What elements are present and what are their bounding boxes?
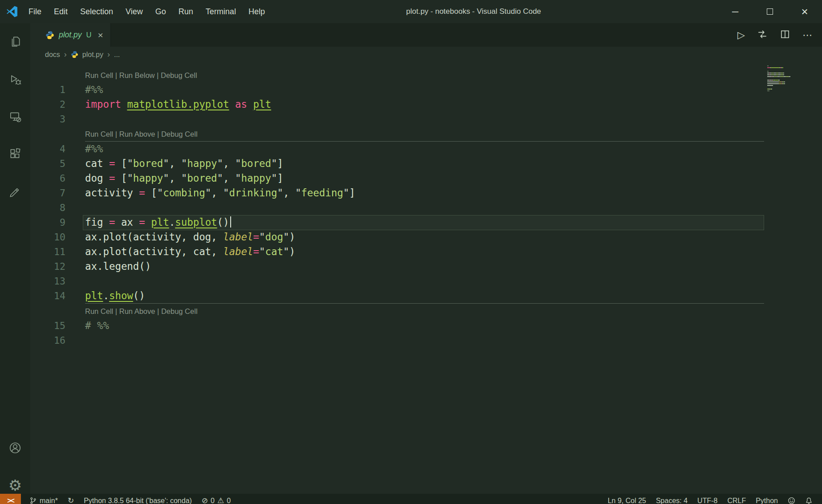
open-changes-icon[interactable] [757, 29, 768, 41]
code-token: # %% [85, 320, 109, 331]
minimap-line [767, 90, 807, 91]
activity-run-debug[interactable] [0, 61, 30, 98]
code-token [247, 98, 253, 110]
breadcrumb-folder[interactable]: docs [45, 51, 60, 59]
tab-plot-py[interactable]: plot.py U × [30, 23, 111, 47]
line-number[interactable]: 10 [30, 230, 65, 244]
status-bar-right: Ln 9, Col 25 Spaces: 4 UTF-8 CRLF Python [603, 494, 822, 504]
encoding[interactable]: UTF-8 [692, 494, 722, 504]
line-number[interactable]: 15 [30, 318, 65, 333]
activity-extra-tool[interactable] [0, 173, 30, 210]
minimap-line [767, 78, 807, 79]
line-content: ax.legend() [65, 259, 151, 274]
code-line[interactable]: 1#%% [30, 82, 822, 97]
code-line[interactable]: 13 [30, 274, 822, 289]
line-number[interactable]: 8 [30, 200, 65, 215]
code-line[interactable]: 10ax.plot(activity, dog, label="dog") [30, 230, 822, 244]
menu-edit[interactable]: Edit [48, 0, 74, 23]
line-number[interactable]: 13 [30, 274, 65, 289]
menu-go[interactable]: Go [149, 0, 172, 23]
activity-bar: ⚙ [0, 23, 30, 504]
git-branch[interactable]: main* [24, 494, 63, 504]
line-number[interactable]: 1 [30, 82, 65, 97]
code-token: plt [85, 290, 103, 301]
activity-extensions[interactable] [0, 135, 30, 173]
line-content: fig = ax = plt.subplot() [65, 215, 231, 230]
line-content: activity = ["combing", "drinking", "feed… [65, 186, 355, 200]
code-line[interactable]: 6dog = ["happy", "bored", "happy"] [30, 171, 822, 186]
line-number[interactable]: 2 [30, 97, 65, 112]
tab-close-icon[interactable]: × [98, 30, 103, 40]
code-line[interactable]: 8 [30, 200, 822, 215]
problems-indicator[interactable]: ⊘ 0 ⚠ 0 [197, 494, 236, 504]
code-token [121, 98, 127, 110]
cursor-position[interactable]: Ln 9, Col 25 [603, 494, 651, 504]
code-line[interactable]: 3 [30, 112, 822, 126]
code-line[interactable]: 15# %% [30, 318, 822, 333]
codelens-actions[interactable]: Run Cell | Run Below | Debug Cell [85, 68, 822, 82]
menu-view[interactable]: View [119, 0, 149, 23]
code-line[interactable]: 5cat = ["bored", "happy", "bored"] [30, 156, 822, 171]
line-number[interactable]: 7 [30, 186, 65, 200]
code-token: = [139, 187, 145, 199]
python-icon [45, 31, 54, 40]
codelens-actions[interactable]: Run Cell | Run Above | Debug Cell [85, 126, 822, 141]
breadcrumb-symbol[interactable]: ... [114, 51, 120, 59]
code-token: " [205, 187, 211, 199]
line-number[interactable]: 6 [30, 171, 65, 186]
code-token: fig [85, 216, 109, 228]
activity-remote-explorer[interactable] [0, 98, 30, 135]
remote-indicator[interactable]: >< [0, 494, 21, 504]
code-line[interactable]: 7activity = ["combing", "drinking", "fee… [30, 186, 822, 200]
activity-explorer[interactable] [0, 23, 30, 61]
code-line[interactable]: 11ax.plot(activity, cat, label="cat") [30, 244, 822, 259]
language-mode[interactable]: Python [751, 494, 783, 504]
run-file-icon[interactable]: ▷ [737, 30, 745, 40]
indentation[interactable]: Spaces: 4 [651, 494, 692, 504]
code-token: bored [187, 172, 217, 184]
line-number[interactable]: 5 [30, 156, 65, 171]
line-number[interactable]: 12 [30, 259, 65, 274]
status-bar: >< main* ↻ Python 3.8.5 64-bit ('base': … [0, 494, 822, 504]
code-line[interactable]: 9fig = ax = plt.subplot() [30, 215, 822, 230]
split-editor-icon[interactable] [780, 29, 790, 41]
maximize-button[interactable] [753, 0, 787, 23]
editor[interactable]: Run Cell | Run Below | Debug Cell1#%%2im… [30, 62, 822, 504]
code-line[interactable]: 4#%% [30, 142, 822, 156]
eol-sequence[interactable]: CRLF [722, 494, 751, 504]
line-content [65, 274, 85, 289]
code-line[interactable]: 12ax.legend() [30, 259, 822, 274]
text-cursor [230, 216, 231, 228]
line-number[interactable]: 11 [30, 244, 65, 259]
breadcrumb-file[interactable]: plot.py [82, 51, 103, 59]
line-number[interactable]: 16 [30, 333, 65, 348]
menu-selection[interactable]: Selection [74, 0, 119, 23]
codelens-actions[interactable]: Run Cell | Run Above | Debug Cell [85, 304, 822, 318]
menu-terminal[interactable]: Terminal [199, 0, 242, 23]
line-number[interactable]: 14 [30, 289, 65, 303]
git-status-badge: U [86, 31, 92, 39]
vscode-logo-icon[interactable] [6, 6, 18, 17]
activity-account[interactable] [0, 429, 30, 467]
line-number[interactable]: 3 [30, 112, 65, 126]
menu-run[interactable]: Run [172, 0, 199, 23]
menu-file[interactable]: File [22, 0, 48, 23]
code-line[interactable]: 14plt.show() [30, 289, 822, 303]
line-number[interactable]: 9 [30, 215, 65, 230]
more-actions-icon[interactable]: ⋯ [802, 30, 812, 40]
sync-button[interactable]: ↻ [63, 494, 79, 504]
minimap[interactable] [767, 65, 807, 94]
menu-help[interactable]: Help [242, 0, 271, 23]
code-line[interactable]: 2import matplotlib.pyplot as plt [30, 97, 822, 112]
code-token: " [127, 172, 133, 184]
python-interpreter[interactable]: Python 3.8.5 64-bit ('base': conda) [79, 494, 197, 504]
breadcrumb: docs › plot.py › ... [30, 47, 822, 62]
line-number[interactable]: 4 [30, 142, 65, 156]
notifications-button[interactable] [800, 494, 818, 504]
close-button[interactable]: × [787, 0, 822, 23]
code-token: activity [85, 187, 139, 199]
feedback-button[interactable] [783, 494, 800, 504]
code-line[interactable]: 16 [30, 333, 822, 348]
minimize-button[interactable]: ─ [718, 0, 753, 23]
code-token: [ [115, 158, 127, 169]
